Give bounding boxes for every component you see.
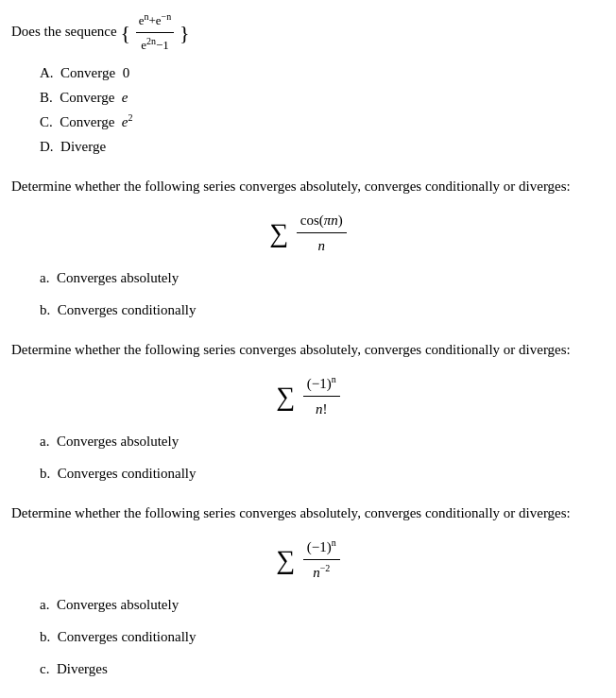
q3-fraction: (−1)n n! [303, 372, 340, 420]
q3-intro: Determine whether the following series c… [11, 342, 571, 357]
q1-open-brace: { [120, 21, 130, 44]
q3-option-b: b. Converges conditionally [40, 462, 605, 485]
q4-series: ∑ (−1)n n−2 [11, 536, 605, 584]
q1-option-a: A. Converge 0 [40, 61, 605, 84]
question-3: Determine whether the following series c… [11, 338, 605, 485]
q1-intro: Does the sequence [11, 24, 117, 39]
q3-options: a. Converges absolutely b. Converges con… [40, 430, 605, 485]
q4-option-b: b. Converges conditionally [40, 625, 605, 648]
q1-option-b: B. Converge e [40, 86, 605, 109]
q4-option-a: a. Converges absolutely [40, 593, 605, 616]
question-4: Determine whether the following series c… [11, 502, 605, 680]
q1-text: Does the sequence { en+e−n e2n−1 } [11, 9, 605, 56]
q4-text: Determine whether the following series c… [11, 502, 605, 524]
q1-close-brace: } [180, 21, 190, 44]
q1-formula: en+e−n e2n−1 [134, 9, 177, 56]
q1-option-c: C. Converge e2 [40, 111, 605, 133]
q4-fraction: (−1)n n−2 [303, 536, 340, 584]
q2-option-b: b. Converges conditionally [40, 298, 605, 321]
q4-options: a. Converges absolutely b. Converges con… [40, 593, 605, 680]
question-1: Does the sequence { en+e−n e2n−1 } A. Co… [11, 9, 605, 158]
q3-series: ∑ (−1)n n! [11, 372, 605, 420]
question-2: Determine whether the following series c… [11, 175, 605, 321]
q2-options: a. Converges absolutely b. Converges con… [40, 266, 605, 321]
q3-option-a: a. Converges absolutely [40, 430, 605, 452]
q2-intro: Determine whether the following series c… [11, 179, 571, 194]
q3-sigma: ∑ [276, 382, 295, 411]
q2-sigma: ∑ [269, 218, 288, 247]
q1-option-d: D. Diverge [40, 135, 605, 158]
q4-sigma: ∑ [276, 545, 295, 574]
q3-text: Determine whether the following series c… [11, 338, 605, 361]
q2-text: Determine whether the following series c… [11, 175, 605, 197]
q4-intro: Determine whether the following series c… [11, 505, 571, 520]
q2-option-a: a. Converges absolutely [40, 266, 605, 289]
q1-options: A. Converge 0 B. Converge e C. Converge … [40, 61, 605, 158]
q2-series: ∑ cos(πn) n [11, 209, 605, 257]
q4-option-c: c. Diverges [40, 657, 605, 680]
q2-fraction: cos(πn) n [297, 209, 347, 257]
